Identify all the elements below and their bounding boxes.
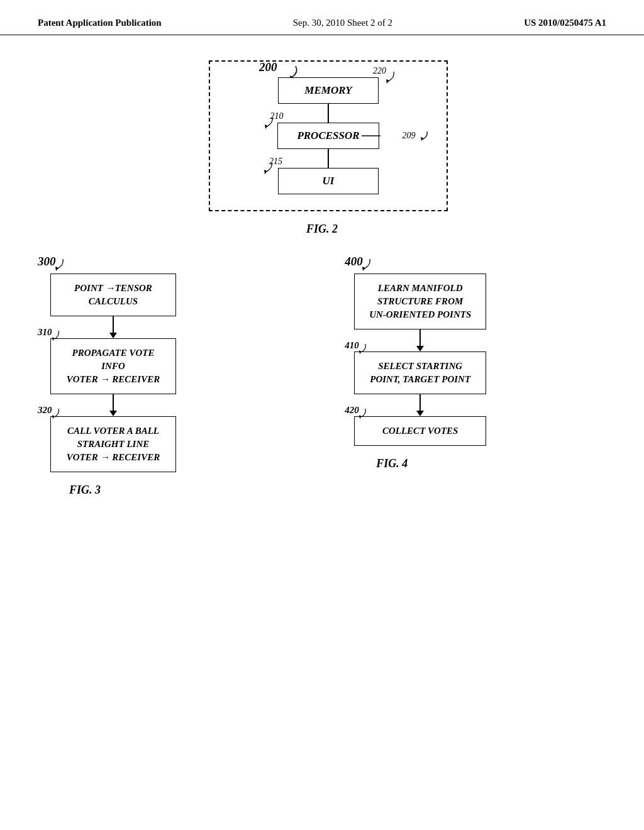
- svg-marker-12: [359, 415, 362, 419]
- fig3-section: 300 POINT →TENSORCALCULUS: [38, 261, 299, 497]
- fig2-memory-box: MEMORY: [278, 77, 379, 104]
- svg-marker-7: [55, 267, 58, 271]
- fig2-processor-ui-connector: [328, 149, 329, 168]
- fig4-box1-text: LEARN MANIFOLDSTRUCTURE FROMUN-ORIENTED …: [369, 283, 471, 319]
- fig4-arrow-410: [356, 343, 369, 355]
- header-date-sheet: Sep. 30, 2010 Sheet 2 of 2: [293, 18, 392, 28]
- header-patent-number: US 2010/0250475 A1: [524, 18, 606, 28]
- fig4-section: 400 LEARN MANIFOLDSTRUCTURE FROMUN-ORIEN…: [345, 261, 606, 470]
- fig2-ui-box: UI: [278, 168, 379, 194]
- fig4-box3: COLLECT VOTES: [354, 416, 486, 446]
- svg-marker-8: [52, 337, 55, 341]
- fig2-label-209: 209: [402, 131, 416, 141]
- fig3-arrow2: [109, 394, 117, 416]
- fig2-arrow-209: [418, 130, 430, 141]
- fig4-box2-text: SELECT STARTINGPOINT, TARGET POINT: [370, 361, 470, 384]
- fig4-arrow2: [416, 394, 424, 416]
- fig2-section: 200 220 M: [38, 54, 606, 236]
- svg-marker-10: [362, 267, 365, 271]
- fig3-box2-text: PROPAGATE VOTEINFOVOTER → RECEIVER: [67, 348, 160, 384]
- fig3-box3-text: CALL VOTER A BALLSTRAIGHT LINEVOTER → RE…: [67, 426, 160, 462]
- fig3-box2: PROPAGATE VOTEINFOVOTER → RECEIVER: [50, 338, 176, 394]
- page-header: Patent Application Publication Sep. 30, …: [0, 0, 644, 35]
- fig4-arrow-400: [358, 257, 374, 272]
- svg-marker-6: [264, 170, 267, 174]
- fig2-arrow-215: [260, 160, 274, 174]
- fig2-209-line: [362, 135, 380, 137]
- fig2-arrow-210: [261, 115, 275, 129]
- fig4-label: FIG. 4: [376, 457, 408, 470]
- fig4-box3-text: COLLECT VOTES: [382, 426, 458, 436]
- fig3-box3: CALL VOTER A BALLSTRAIGHT LINEVOTER → RE…: [50, 416, 176, 472]
- fig3-label: FIG. 3: [69, 484, 101, 497]
- fig4-box2: SELECT STARTINGPOINT, TARGET POINT: [354, 351, 486, 394]
- fig2-arrow-220: [382, 70, 396, 84]
- fig2-label: FIG. 2: [306, 223, 338, 236]
- fig3-box1-text: POINT →TENSORCALCULUS: [74, 283, 152, 306]
- svg-marker-11: [359, 350, 362, 354]
- main-content: 200 220 M: [0, 48, 644, 522]
- fig3-arrow-320: [49, 407, 62, 420]
- svg-marker-1: [386, 79, 389, 84]
- fig4-box1: LEARN MANIFOLDSTRUCTURE FROMUN-ORIENTED …: [354, 274, 486, 329]
- fig2-memory-processor-connector: [328, 104, 329, 123]
- fig3-arrow-300: [52, 257, 67, 272]
- fig4-arrow-420: [356, 407, 369, 420]
- svg-marker-9: [52, 415, 55, 419]
- fig3-arrow1: [109, 316, 117, 338]
- bottom-section: 300 POINT →TENSORCALCULUS: [38, 261, 606, 497]
- fig4-arrow1: [416, 329, 424, 351]
- fig3-box1: POINT →TENSORCALCULUS: [50, 274, 176, 316]
- svg-marker-2: [265, 124, 268, 129]
- fig3-arrow-310: [49, 329, 62, 342]
- header-publication-type: Patent Application Publication: [38, 18, 162, 28]
